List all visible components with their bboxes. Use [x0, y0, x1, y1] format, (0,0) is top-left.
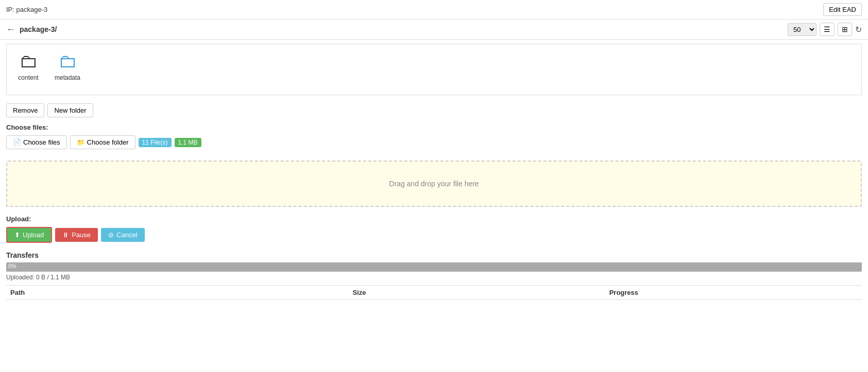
actions-bar: Remove New folder: [0, 99, 868, 121]
cancel-icon: ⊘: [108, 231, 114, 239]
refresh-button[interactable]: ↻: [855, 25, 862, 34]
pause-icon: ⏸: [62, 231, 69, 239]
file-size-badge: 1.1 MB: [175, 138, 201, 147]
progress-percent-label: 0%: [8, 263, 16, 269]
new-folder-button[interactable]: New folder: [47, 103, 93, 117]
folder-icon-black: 🗀: [19, 50, 38, 72]
file-browser: 🗀 content 🗀 metadata: [6, 44, 862, 95]
folder-content[interactable]: 🗀 content: [13, 50, 44, 81]
upload-section: Upload: ⬆ Upload ⏸ Pause ⊘ Cancel: [0, 211, 868, 247]
dropzone-text: Drag and drop your file here: [389, 180, 479, 188]
nav-bar: ← package-3/ 10 25 50 100 ☰ ⊞ ↻: [0, 20, 868, 40]
upload-button-label: Upload: [23, 231, 44, 239]
ip-label: IP: package-3: [6, 6, 47, 13]
folder-metadata-label: metadata: [55, 74, 80, 81]
choose-files-label: Choose files:: [6, 123, 862, 131]
progress-bar: 0%: [6, 262, 862, 272]
folder-metadata[interactable]: 🗀 metadata: [52, 50, 83, 81]
back-icon: ←: [6, 24, 15, 34]
edit-ead-button[interactable]: Edit EAD: [823, 3, 862, 16]
choose-files-file-icon: 📄: [13, 138, 21, 146]
col-header-progress: Progress: [605, 286, 862, 300]
folder-icon-blue: 🗀: [58, 50, 77, 72]
choose-folder-folder-icon: 📁: [77, 138, 85, 146]
cancel-button[interactable]: ⊘ Cancel: [101, 228, 144, 242]
top-bar: IP: package-3 Edit EAD: [0, 0, 868, 20]
folder-content-label: content: [18, 74, 38, 81]
choose-files-section: Choose files: 📄 Choose files 📁 Choose fo…: [0, 121, 868, 156]
transfers-section: Transfers 0% Uploaded: 0 B / 1.1 MB Path…: [0, 247, 868, 300]
nav-left: ← package-3/: [6, 25, 57, 34]
grid-view-button[interactable]: ⊞: [838, 23, 852, 36]
choose-buttons: 📄 Choose files 📁 Choose folder 11 File(s…: [6, 135, 862, 149]
choose-folder-button-label: Choose folder: [87, 138, 129, 146]
choose-files-button[interactable]: 📄 Choose files: [6, 135, 67, 149]
cancel-button-label: Cancel: [116, 231, 137, 239]
dropzone[interactable]: Drag and drop your file here: [6, 161, 862, 207]
list-view-button[interactable]: ☰: [820, 23, 835, 36]
uploaded-text: Uploaded: 0 B / 1.1 MB: [6, 274, 862, 281]
col-header-size: Size: [348, 286, 605, 300]
upload-button[interactable]: ⬆ Upload: [6, 227, 52, 243]
transfers-table: Path Size Progress: [6, 285, 862, 300]
nav-right: 10 25 50 100 ☰ ⊞ ↻: [788, 23, 862, 36]
per-page-select[interactable]: 10 25 50 100: [788, 23, 816, 36]
file-count-badge: 11 File(s): [139, 138, 172, 147]
list-view-icon: ☰: [824, 25, 830, 33]
transfers-title: Transfers: [6, 251, 862, 259]
col-header-path: Path: [6, 286, 348, 300]
pause-button[interactable]: ⏸ Pause: [55, 228, 98, 242]
pause-button-label: Pause: [72, 231, 91, 239]
nav-title: package-3/: [20, 25, 57, 33]
remove-button[interactable]: Remove: [6, 103, 44, 117]
upload-icon: ⬆: [14, 231, 20, 239]
upload-label: Upload:: [6, 215, 862, 223]
choose-folder-button[interactable]: 📁 Choose folder: [70, 135, 135, 149]
grid-view-icon: ⊞: [842, 25, 848, 33]
back-button[interactable]: ←: [6, 25, 15, 34]
upload-buttons: ⬆ Upload ⏸ Pause ⊘ Cancel: [6, 227, 862, 243]
choose-files-button-label: Choose files: [23, 138, 60, 146]
